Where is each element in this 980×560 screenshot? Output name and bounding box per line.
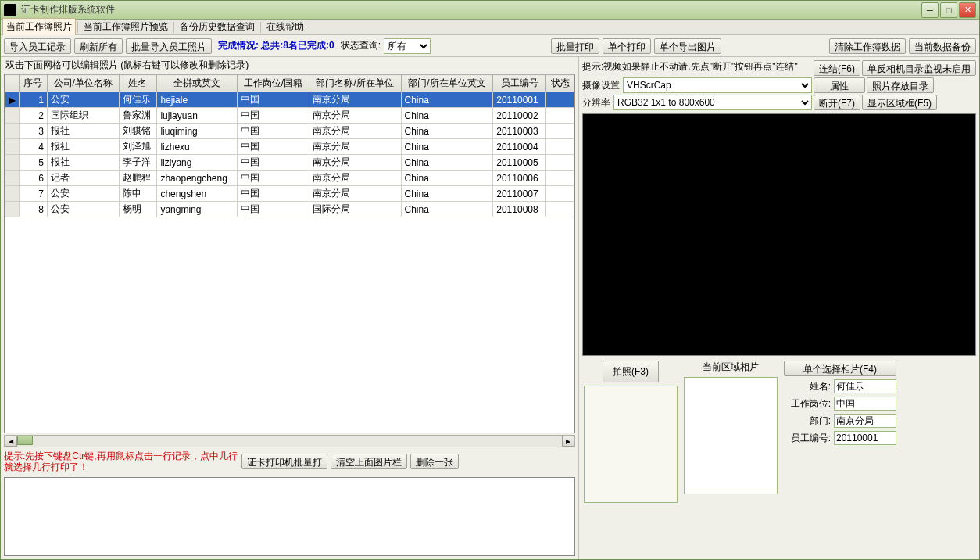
- properties-button[interactable]: 属性: [814, 77, 865, 93]
- eid-label: 员工编号:: [784, 432, 831, 445]
- table-row[interactable]: ▶1公安何佳乐hejiale中国南京分局China20110001: [5, 92, 574, 108]
- photo-gallery: [4, 477, 575, 556]
- connect-button[interactable]: 连结(F6): [814, 60, 860, 76]
- minimize-button[interactable]: ─: [921, 2, 939, 18]
- import-button[interactable]: 导入员工记录: [4, 38, 71, 54]
- tab-help[interactable]: 在线帮助: [263, 18, 308, 36]
- region-photo-label: 当前区域相片: [703, 361, 759, 374]
- dept-label: 部门:: [784, 415, 831, 428]
- status-filter-select[interactable]: 所有: [384, 38, 431, 54]
- table-row[interactable]: 3报社刘骐铭liuqiming中国南京分局China20110003: [5, 124, 574, 139]
- eid-field[interactable]: [834, 431, 896, 445]
- tab-current-photos[interactable]: 当前工作簿照片: [2, 18, 76, 36]
- dept-field[interactable]: [834, 414, 896, 428]
- grid-hscroll[interactable]: ◀ ▶: [4, 435, 575, 447]
- backup-button[interactable]: 当前数据备份: [909, 38, 976, 54]
- titlebar[interactable]: 证卡制作排版系统软件 ─ □ ✕: [1, 1, 979, 20]
- completion-status: 完成情况: 总共:8名已完成:0: [215, 39, 338, 52]
- scroll-right-icon[interactable]: ▶: [562, 436, 574, 447]
- selection-hint: 提示:先按下键盘Ctr键,再用鼠标点击一行记录，点中几行就选择几行打印了！: [4, 451, 238, 472]
- employee-grid[interactable]: 序号公司/单位名称姓名全拼或英文工作岗位/国籍部门名称/所在单位部门/所在单位英…: [4, 74, 575, 433]
- clear-workbook-button[interactable]: 清除工作簿数据: [829, 38, 906, 54]
- capture-button[interactable]: 拍照(F3): [603, 361, 659, 382]
- table-row[interactable]: 8公安杨明yangming中国国际分局China20110008: [5, 202, 574, 217]
- single-export-button[interactable]: 单个导出图片: [654, 38, 721, 54]
- capture-thumb: [584, 386, 678, 503]
- disconnect-button[interactable]: 断开(F7): [814, 95, 860, 110]
- show-region-button[interactable]: 显示区域框(F5): [862, 95, 937, 110]
- table-row[interactable]: 2国际组织鲁家渊lujiayuan中国南京分局China20110002: [5, 108, 574, 124]
- name-field[interactable]: [834, 379, 896, 393]
- clear-gallery-button[interactable]: 清空上面图片栏: [331, 454, 407, 469]
- scroll-thumb[interactable]: [17, 436, 33, 445]
- table-row[interactable]: 5报社李子洋liziyang中国南京分局China20110005: [5, 155, 574, 171]
- table-row[interactable]: 7公安陈申chengshen中国南京分局China20110007: [5, 186, 574, 202]
- status-query-label: 状态查询:: [341, 39, 381, 52]
- card-printer-batch-button[interactable]: 证卡打印机批量打: [241, 454, 327, 469]
- resolution-select[interactable]: RGB32 1x1 to 800x600: [613, 95, 812, 110]
- photo-dir-button[interactable]: 照片存放目录: [867, 77, 934, 93]
- table-row[interactable]: 4报社刘泽旭lizhexu中国南京分局China20110004: [5, 139, 574, 155]
- batch-import-button[interactable]: 批量导入员工照片: [126, 38, 212, 54]
- device-select[interactable]: VHScrCap: [623, 77, 812, 93]
- batch-print-button[interactable]: 批量打印: [551, 38, 599, 54]
- camera-preview: [582, 113, 976, 356]
- maximize-button[interactable]: □: [940, 2, 957, 18]
- menubar: 当前工作簿照片 当前工作簿照片预览 备份历史数据查询 在线帮助: [1, 20, 979, 35]
- tab-preview[interactable]: 当前工作簿照片预览: [80, 18, 172, 36]
- delete-one-button[interactable]: 删除一张: [410, 454, 459, 469]
- toolbar: 导入员工记录 刷新所有 批量导入员工照片 完成情况: 总共:8名已完成:0 状态…: [1, 35, 979, 57]
- slr-monitor-button[interactable]: 单反相机目录监视未启用: [862, 60, 976, 76]
- tab-history[interactable]: 备份历史数据查询: [176, 18, 259, 36]
- single-print-button[interactable]: 单个打印: [603, 38, 651, 54]
- window-title: 证卡制作排版系统软件: [21, 3, 921, 16]
- resolution-label: 分辨率: [582, 96, 610, 109]
- camera-hint: 提示:视频如果静止不动请,先点"断开"按钮再点"连结": [582, 60, 812, 76]
- table-row[interactable]: 6记者赵鹏程zhaopengcheng中国南京分局China20110006: [5, 171, 574, 186]
- device-label: 摄像设置: [582, 79, 620, 92]
- refresh-button[interactable]: 刷新所有: [74, 38, 123, 54]
- job-field[interactable]: [834, 397, 896, 411]
- region-thumb: [684, 377, 778, 494]
- name-label: 姓名:: [784, 380, 831, 393]
- job-label: 工作岗位:: [784, 397, 831, 411]
- grid-hint: 双击下面网格可以编辑照片 (鼠标右键可以修改和删除记录): [1, 57, 578, 74]
- select-photo-button[interactable]: 单个选择相片(F4): [784, 361, 896, 376]
- app-icon: [4, 4, 16, 16]
- close-button[interactable]: ✕: [959, 2, 976, 18]
- scroll-left-icon[interactable]: ◀: [5, 436, 17, 447]
